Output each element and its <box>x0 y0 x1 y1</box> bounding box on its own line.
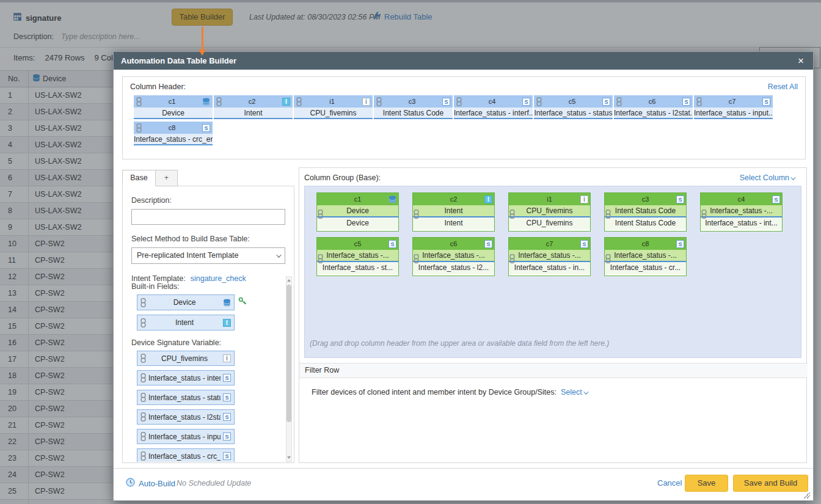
source-name: Interface_status - int... <box>701 217 782 230</box>
tab-base[interactable]: Base <box>122 170 156 186</box>
column-id: c2 <box>423 195 484 203</box>
database-type-icon <box>202 98 210 106</box>
select-column-link[interactable]: Select Column <box>740 173 794 182</box>
column-header-chip-c2[interactable]: c2IIntent <box>214 95 293 120</box>
chain-link-icon <box>296 97 302 106</box>
column-card-c4[interactable]: c4SInterface_status -...Interface_status… <box>700 192 783 232</box>
column-card-c5[interactable]: c5SInterface_status -...Interface_status… <box>316 237 399 276</box>
field-chip-interface-status-input-[interactable]: Interface_status - input...S <box>137 429 235 444</box>
source-name: Interface_status - st... <box>317 262 398 274</box>
chain-link-icon <box>140 393 146 402</box>
field-chip-cpu-fivemins[interactable]: CPU_fiveminsi <box>137 351 235 366</box>
chain-link-icon <box>509 210 515 219</box>
chain-link-icon <box>140 412 146 422</box>
column-header-chip-c8[interactable]: c8SInterface_status - crc_err <box>134 122 213 147</box>
column-card-c3[interactable]: c3SIntent Status CodeIntent Status Code <box>604 192 687 232</box>
string-type-icon: S <box>676 195 684 203</box>
column-card-c1[interactable]: c1DeviceDevice <box>316 192 399 232</box>
chevron-down-icon <box>790 175 795 180</box>
column-name: Intent <box>214 108 293 119</box>
intent-type-icon: I <box>223 319 231 327</box>
cancel-button[interactable]: Cancel <box>657 478 682 488</box>
scroll-up-arrow[interactable] <box>286 277 291 283</box>
base-panel: Description: Select Method to Build Base… <box>122 186 294 463</box>
field-chip-interface-status-interf-[interactable]: Interface_status - interf...S <box>137 370 235 385</box>
column-header-chip-c4[interactable]: c4SInterface_status - interf... <box>454 95 533 120</box>
column-header-chip-c3[interactable]: c3SIntent Status Code <box>374 95 453 120</box>
clock-icon <box>126 478 135 489</box>
column-header-section: Column Header: Reset All c1Devicec2IInte… <box>122 76 806 159</box>
field-chip-interface-status-crc-[interactable]: Interface_status - crc_...S <box>137 448 235 462</box>
field-chip-row: CPU_fiveminsi <box>137 351 283 366</box>
save-button[interactable]: Save <box>685 475 728 492</box>
chain-link-icon <box>140 451 146 461</box>
schedule-status: No Scheduled Update <box>177 479 251 488</box>
chain-link-icon <box>605 210 611 219</box>
chain-link-icon <box>456 97 462 106</box>
chain-link-icon <box>136 123 142 133</box>
column-name: Intent Status Code <box>374 108 453 119</box>
field-chip-interface-status-status[interactable]: Interface_status - statusS <box>137 390 235 405</box>
chain-link-icon <box>701 210 707 219</box>
filter-select-link[interactable]: Select <box>561 388 587 396</box>
field-chip-row: Interface_status - crc_...S <box>137 448 283 462</box>
chain-link-icon <box>216 97 222 106</box>
tab-add[interactable]: + <box>156 170 178 186</box>
chevron-down-icon <box>276 252 281 257</box>
column-card-list: c1DeviceDevicec2IIntentIntenti1iCPU_five… <box>305 186 794 276</box>
string-type-icon: S <box>223 413 231 421</box>
chevron-down-icon <box>583 389 588 394</box>
column-id: c1 <box>327 195 389 203</box>
reset-all-link[interactable]: Reset All <box>768 82 798 91</box>
column-header-chip-c1[interactable]: c1Device <box>134 95 213 120</box>
intent-type-icon: I <box>484 195 492 203</box>
column-card-c7[interactable]: c7SInterface_status -...Interface_status… <box>508 237 591 276</box>
column-card-c6[interactable]: c6SInterface_status -...Interface_status… <box>412 237 495 276</box>
column-id: c5 <box>543 98 601 105</box>
field-chip-interface-status-l2stat-[interactable]: Interface_status - l2stat...S <box>137 409 235 425</box>
auto-build-link[interactable]: Auto-Build <box>126 478 175 489</box>
scroll-down-arrow[interactable] <box>286 455 291 461</box>
column-card-i1[interactable]: i1iCPU_fiveminsCPU_fivemins <box>508 192 591 232</box>
modal-description-input[interactable] <box>131 209 285 225</box>
build-method-select[interactable]: Pre-replicated Intent Template <box>131 247 285 264</box>
display-name: Device <box>317 205 398 217</box>
string-type-icon: S <box>676 240 684 248</box>
string-type-icon: S <box>580 240 588 248</box>
field-chip-intent[interactable]: IntentI <box>137 315 235 331</box>
string-type-icon: S <box>202 124 210 132</box>
resize-handle[interactable] <box>804 492 810 499</box>
column-id: c7 <box>703 98 761 105</box>
column-drop-area[interactable]: c1DeviceDevicec2IIntentIntenti1iCPU_five… <box>304 186 801 358</box>
save-and-build-button[interactable]: Save and Build <box>733 475 808 492</box>
column-id: c5 <box>327 240 389 247</box>
intent-type-icon: I <box>282 98 290 106</box>
column-id: c6 <box>423 240 484 247</box>
column-id: c4 <box>463 98 521 105</box>
column-id: c3 <box>615 195 676 203</box>
display-name: Interface_status -... <box>605 250 686 262</box>
scrollbar-thumb[interactable] <box>286 285 291 422</box>
column-header-chip-i1[interactable]: i1iCPU_fivemins <box>294 95 373 120</box>
display-name: Intent Status Code <box>605 205 686 217</box>
column-card-c2[interactable]: c2IIntentIntent <box>412 192 495 232</box>
left-tabs: Base + <box>122 170 178 186</box>
column-name: Interface_status - crc_err <box>134 134 213 145</box>
chain-link-icon <box>140 354 146 363</box>
fields-scrollbar[interactable] <box>286 276 292 462</box>
close-icon[interactable]: × <box>796 56 806 66</box>
column-header-chip-c6[interactable]: c6SInterface_status - l2stat... <box>614 95 693 120</box>
chain-link-icon <box>318 254 323 263</box>
modal-header: Automation Data Table Builder × <box>114 52 813 70</box>
signature-variable-label: Device Signature Variable: <box>131 338 283 347</box>
source-name: Intent <box>413 217 494 230</box>
column-card-c8[interactable]: c8SInterface_status -...Interface_status… <box>604 237 687 276</box>
field-chip-device[interactable]: Device <box>137 294 235 310</box>
column-id: c2 <box>223 98 281 105</box>
column-header-chip-c7[interactable]: c7SInterface_status - input... <box>694 95 773 120</box>
source-name: Interface_status - l2... <box>413 262 494 274</box>
modal-footer: Auto-Build No Scheduled Update Cancel Sa… <box>114 468 813 501</box>
string-type-icon: S <box>223 452 231 460</box>
column-header-chip-c5[interactable]: c5SInterface_status - status <box>534 95 613 120</box>
field-chip-row: Interface_status - interf...S <box>137 370 283 385</box>
